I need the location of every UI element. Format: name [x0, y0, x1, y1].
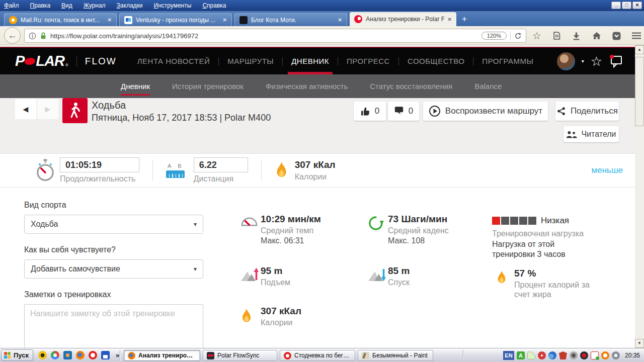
- tab-close-icon[interactable]: ✕: [223, 17, 227, 23]
- notes-textarea[interactable]: [24, 304, 203, 348]
- nav-community[interactable]: СООБЩЕСТВО: [399, 48, 473, 74]
- chrome-icon[interactable]: [51, 351, 59, 359]
- page-scrollbar[interactable]: ▲ ▼: [635, 45, 644, 348]
- sport-select[interactable]: Ходьба ▾: [24, 215, 203, 234]
- address-bar[interactable]: https://flow.polar.com/training/analysis…: [24, 29, 526, 43]
- avatar-caret-icon[interactable]: ▾: [582, 58, 584, 64]
- browser-tabstrip: Mail.Ru: почта, поиск в инт... ✕ Ventusk…: [0, 11, 644, 26]
- firefox-icon[interactable]: [76, 351, 85, 359]
- load-square: [510, 217, 518, 225]
- tab-ventusky[interactable]: Ventusky - прогноз погоды ... ✕: [119, 13, 232, 26]
- favorites-star-icon[interactable]: ☆: [591, 55, 602, 68]
- menu-bookmarks[interactable]: Закладки: [117, 2, 143, 9]
- new-tab-button[interactable]: +: [462, 14, 467, 26]
- like-button[interactable]: 0: [354, 102, 386, 121]
- back-button[interactable]: ←: [4, 27, 21, 44]
- subnav-balance[interactable]: Balance: [474, 82, 502, 90]
- tab-polar-flow-active[interactable]: Анализ тренировки - Polar F... ✕: [350, 12, 456, 26]
- distance-input[interactable]: 6.22: [194, 157, 248, 172]
- tab-close-icon[interactable]: ✕: [338, 17, 342, 23]
- lock-icon[interactable]: [40, 32, 47, 40]
- menu-help[interactable]: Справка: [202, 2, 226, 9]
- share-button[interactable]: Поделиться: [555, 102, 619, 121]
- tray-icon[interactable]: [548, 351, 556, 359]
- tray-icon[interactable]: [538, 351, 546, 359]
- cat-blog-favicon: [239, 16, 248, 24]
- collapse-link[interactable]: меньше: [592, 165, 623, 175]
- app-icon[interactable]: [63, 351, 72, 359]
- notifications-icon[interactable]: [609, 54, 623, 68]
- tray-icon[interactable]: [580, 351, 588, 359]
- nav-routes[interactable]: МАРШРУТЫ: [219, 48, 282, 74]
- taskbar-clock[interactable]: 20:35: [625, 352, 640, 359]
- language-indicator[interactable]: EN: [503, 351, 514, 360]
- polar-logo[interactable]: P LAR ®: [15, 53, 68, 69]
- start-label: Пуск: [14, 351, 29, 359]
- media-player-icon[interactable]: [38, 351, 47, 359]
- tab-mailru[interactable]: Mail.Ru: почта, поиск в инт... ✕: [4, 13, 117, 26]
- bookmark-star-icon[interactable]: ☆: [532, 31, 541, 41]
- avatar[interactable]: [557, 52, 575, 70]
- scroll-up-arrow[interactable]: ▲: [635, 45, 644, 54]
- comment-button[interactable]: 0: [388, 102, 419, 121]
- scroll-down-arrow[interactable]: ▼: [635, 339, 644, 348]
- download-icon[interactable]: [572, 32, 581, 40]
- zoom-level-badge[interactable]: 120%: [481, 32, 507, 40]
- nav-progress[interactable]: ПРОГРЕСС: [338, 48, 398, 74]
- tray-icon[interactable]: [559, 351, 567, 359]
- pocket-icon[interactable]: [612, 32, 621, 40]
- subnav-recovery-status[interactable]: Статус восстановления: [370, 82, 452, 90]
- descent-label: Спуск: [388, 278, 410, 287]
- quick-launch-overflow-chevron[interactable]: »: [116, 351, 119, 359]
- home-icon[interactable]: [592, 32, 601, 40]
- avg-cadence-value: 73 Шаги/мин: [388, 214, 449, 225]
- menu-file[interactable]: Файл: [4, 2, 19, 9]
- nav-programs[interactable]: ПРОГРАММЫ: [473, 48, 542, 74]
- nav-diary-active[interactable]: ДНЕВНИК: [283, 48, 338, 74]
- tab-close-icon[interactable]: ✕: [108, 17, 112, 23]
- tray-icon[interactable]: [601, 351, 609, 359]
- system-tray: EN A 20:35: [503, 348, 643, 362]
- followers-button[interactable]: Читатели: [564, 126, 619, 142]
- tray-icon[interactable]: [570, 351, 578, 359]
- minimize-button[interactable]: _: [611, 2, 621, 9]
- library-icon[interactable]: [552, 31, 561, 40]
- training-load-stat: Низкая Тренировочная нагрузка Нагрузка о…: [492, 216, 600, 259]
- nav-feed[interactable]: ЛЕНТА НОВОСТЕЙ: [129, 48, 218, 74]
- task-paint[interactable]: Безымянный - Paint: [358, 350, 433, 361]
- task-firefox-active[interactable]: Анализ тренировки - ...: [124, 350, 200, 361]
- scrollbar-thumb[interactable]: [635, 57, 644, 126]
- reload-icon[interactable]: [514, 32, 522, 40]
- save-app-icon[interactable]: [101, 351, 110, 359]
- menu-tools[interactable]: Инструменты: [154, 2, 192, 9]
- task-title: Стодневка по бегу-9. ...: [294, 352, 351, 359]
- subnav-diary-active[interactable]: Дневник: [121, 82, 150, 90]
- tray-icon[interactable]: [612, 351, 620, 359]
- close-button[interactable]: ✕: [632, 2, 642, 9]
- start-button[interactable]: Пуск: [1, 349, 33, 361]
- tab-cat-blog[interactable]: Блог Кота Моти. ✕: [234, 13, 347, 26]
- menu-history[interactable]: Журнал: [84, 2, 106, 9]
- replay-route-button[interactable]: Воспроизвести маршрут: [423, 102, 548, 121]
- menu-edit[interactable]: Правка: [30, 2, 51, 9]
- descent-icon: [368, 265, 388, 287]
- url-text[interactable]: https://flow.polar.com/training/analysis…: [50, 32, 478, 40]
- restore-button[interactable]: □: [622, 2, 631, 9]
- hamburger-menu-icon[interactable]: [632, 32, 641, 39]
- info-icon[interactable]: [29, 32, 36, 40]
- task-opera-blog[interactable]: Стодневка по бегу-9. ...: [280, 350, 355, 361]
- task-flowsync[interactable]: Polar FlowSync: [203, 350, 277, 361]
- menu-view[interactable]: Вид: [61, 2, 72, 9]
- feeling-select[interactable]: Добавить самочувствие ▾: [24, 259, 203, 279]
- duration-input[interactable]: 01:05:19: [60, 157, 139, 172]
- logo-text: P: [15, 53, 24, 69]
- load-label: Тренировочная нагрузка: [492, 229, 600, 238]
- tray-icon[interactable]: [591, 351, 599, 359]
- subnav-activity[interactable]: Физическая активность: [266, 82, 348, 90]
- previous-session-button[interactable]: ◀: [15, 99, 36, 119]
- opera-icon[interactable]: [89, 351, 97, 359]
- tab-close-icon[interactable]: ✕: [448, 17, 452, 22]
- tray-icon[interactable]: [527, 351, 535, 359]
- tray-icon[interactable]: A: [517, 351, 525, 359]
- subnav-training-history[interactable]: История тренировок: [172, 82, 244, 90]
